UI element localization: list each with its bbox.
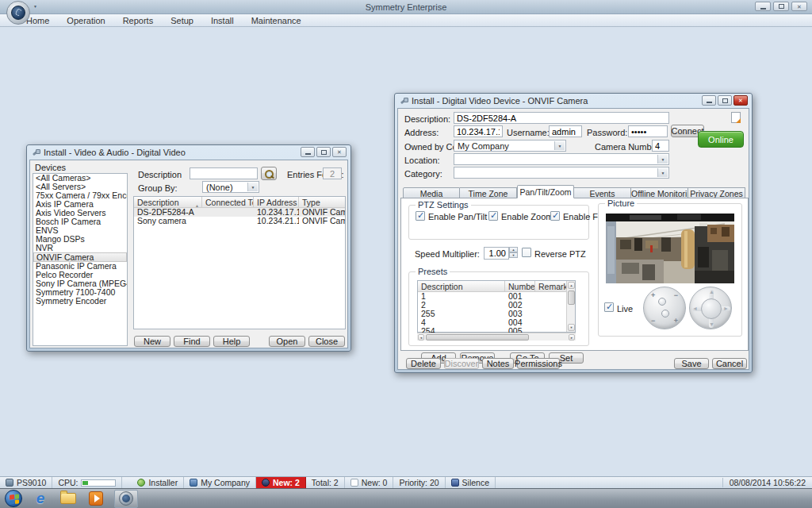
password-field[interactable]: [628, 125, 668, 137]
save-button[interactable]: Save: [674, 358, 709, 369]
list-item[interactable]: NVR: [33, 244, 127, 252]
description-field[interactable]: [454, 112, 669, 124]
tab-media[interactable]: Media: [403, 187, 460, 198]
live-checkbox[interactable]: ✓: [604, 302, 614, 312]
enable-focus-checkbox[interactable]: ✓: [550, 211, 560, 221]
col-preset-remarks[interactable]: Remarks: [535, 281, 567, 292]
pan-right-icon[interactable]: ►: [723, 306, 729, 311]
scroll-right-icon[interactable]: ►: [569, 334, 575, 341]
username-field[interactable]: [549, 125, 582, 137]
col-preset-number[interactable]: Number: [505, 281, 535, 292]
zoom-out-icon[interactable]: −: [651, 317, 655, 325]
device-grid[interactable]: Description▲ Connected To IP Address Typ…: [133, 196, 346, 329]
notes-button[interactable]: Notes: [482, 358, 514, 369]
search-button[interactable]: [261, 167, 277, 180]
priority-segment[interactable]: Priority: 20: [393, 477, 445, 489]
pan-tilt-pad[interactable]: ▲ ▼ ◄ ►: [689, 287, 732, 329]
company-select[interactable]: My Company ▼: [454, 140, 566, 152]
dialog-maximize-button[interactable]: [316, 147, 331, 157]
dialog-minimize-button[interactable]: [301, 147, 315, 157]
table-row[interactable]: Sony camera 10.234.21.117 ONVIF Camera: [134, 217, 345, 225]
enable-zoom-checkbox[interactable]: ✓: [488, 211, 498, 221]
table-row[interactable]: DS-2DF5284-A 10.234.17.14 ONVIF Camera: [134, 208, 345, 217]
internet-explorer-icon[interactable]: e: [31, 490, 50, 507]
permissions-button[interactable]: Permissions: [517, 358, 560, 369]
enable-pan-tilt-checkbox[interactable]: ✓: [416, 211, 425, 221]
dialog-close-button[interactable]: ✕: [733, 95, 748, 106]
description-search-input[interactable]: [190, 167, 258, 179]
menu-operation[interactable]: Operation: [67, 16, 105, 25]
focus-near-icon[interactable]: +: [674, 317, 678, 325]
quick-access-dropdown-icon[interactable]: ▼: [33, 4, 37, 9]
new-messages-segment[interactable]: New: 0: [345, 477, 394, 489]
tab-events[interactable]: Events: [574, 187, 631, 198]
presets-vertical-scrollbar[interactable]: ▲ ▼: [566, 281, 575, 332]
installer-segment[interactable]: Installer: [132, 477, 184, 489]
maximize-button[interactable]: [773, 2, 789, 11]
open-button[interactable]: Open: [269, 336, 305, 347]
pan-left-icon[interactable]: ◄: [692, 306, 698, 311]
file-explorer-icon[interactable]: [59, 490, 78, 507]
tilt-down-icon[interactable]: ▼: [709, 321, 714, 327]
device-type-list[interactable]: <All Cameras> <All Servers> 75xx Camera …: [33, 173, 128, 346]
company-segment[interactable]: My Company: [184, 477, 256, 489]
delete-button[interactable]: Delete: [406, 358, 441, 369]
category-select[interactable]: ▼: [454, 167, 669, 179]
ptz-center-knob[interactable]: [701, 298, 722, 319]
minimize-button[interactable]: [755, 2, 771, 11]
col-description[interactable]: Description▲: [134, 197, 202, 208]
preset-row[interactable]: 255 003: [418, 310, 575, 318]
menu-home[interactable]: Home: [26, 16, 49, 25]
col-connected-to[interactable]: Connected To: [202, 197, 254, 208]
col-type[interactable]: Type: [299, 197, 345, 208]
col-ip-address[interactable]: IP Address: [254, 197, 299, 208]
find-button[interactable]: Find: [174, 336, 210, 347]
onvif-camera-dialog-titlebar[interactable]: Install - Digital Video Device - ONVIF C…: [395, 94, 752, 108]
scroll-up-icon[interactable]: ▲: [568, 282, 575, 289]
focus-far-icon[interactable]: −: [674, 291, 678, 299]
silence-segment[interactable]: Silence: [446, 477, 496, 489]
list-item[interactable]: Symmetry Encoder: [33, 297, 127, 306]
dialog-close-button[interactable]: ✕: [332, 147, 347, 157]
menu-maintenance[interactable]: Maintenance: [251, 16, 301, 25]
dialog-maximize-button[interactable]: [718, 95, 732, 106]
address-field[interactable]: [454, 125, 503, 137]
menu-install[interactable]: Install: [211, 16, 234, 25]
col-preset-description[interactable]: Description: [418, 281, 505, 292]
app-logo-icon[interactable]: [6, 1, 30, 25]
tab-offline-monitoring[interactable]: Offline Monitoring: [631, 187, 688, 198]
preset-row[interactable]: 2 002: [418, 301, 575, 310]
close-dialog-button[interactable]: Close: [308, 336, 345, 347]
media-player-icon[interactable]: [86, 490, 105, 507]
scroll-left-icon[interactable]: ◄: [418, 334, 424, 341]
menu-setup[interactable]: Setup: [170, 16, 193, 25]
reverse-ptz-checkbox[interactable]: [522, 248, 531, 257]
group-by-select[interactable]: (None) ▼: [202, 181, 259, 193]
cancel-button[interactable]: Cancel: [712, 358, 747, 369]
presets-grid[interactable]: Description Number Remarks 1 001 2 002: [417, 280, 576, 333]
camera-number-field[interactable]: [652, 140, 669, 152]
tab-time-zone[interactable]: Time Zone: [460, 187, 517, 198]
speed-multiplier-stepper[interactable]: ▲ ▼: [509, 247, 518, 258]
tab-privacy-zones[interactable]: Privacy Zones: [688, 187, 745, 198]
new-button[interactable]: New: [134, 336, 170, 347]
preset-row[interactable]: 1 001: [418, 292, 575, 301]
notes-page-icon[interactable]: [731, 112, 741, 123]
tilt-up-icon[interactable]: ▲: [709, 289, 714, 294]
scroll-down-icon[interactable]: ▼: [568, 324, 575, 331]
online-status-badge[interactable]: Online: [698, 131, 744, 148]
zoom-in-icon[interactable]: +: [651, 291, 655, 299]
start-button[interactable]: [5, 490, 22, 507]
presets-horizontal-scrollbar[interactable]: ◄ ►: [417, 333, 576, 341]
preset-row[interactable]: 4 004: [418, 318, 575, 327]
help-button[interactable]: Help: [213, 336, 250, 347]
menu-reports[interactable]: Reports: [123, 16, 154, 25]
symmetry-app-taskbar-button[interactable]: [114, 490, 138, 508]
location-select[interactable]: ▼: [454, 153, 669, 165]
total-alarms-segment[interactable]: Total: 2: [306, 477, 345, 489]
dialog-minimize-button[interactable]: [702, 95, 716, 106]
tab-pan-tilt-zoom[interactable]: Pan/Tilt/Zoom: [517, 185, 574, 198]
speed-multiplier-field[interactable]: [484, 247, 509, 260]
close-button[interactable]: ✕: [791, 2, 807, 11]
zoom-focus-pad[interactable]: + − − +: [643, 287, 686, 329]
